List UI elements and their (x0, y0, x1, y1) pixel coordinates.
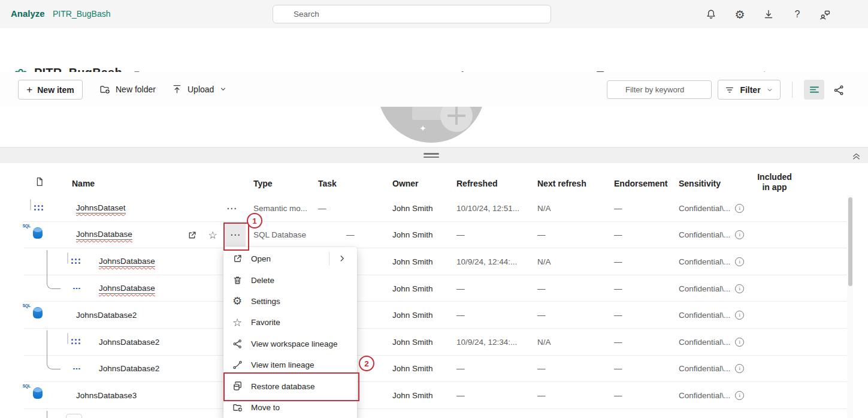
new-folder-icon (99, 83, 111, 95)
table-row: JohnsDatabase John Smith 10/9/24, 12:44:… (0, 248, 868, 275)
annotation-box-step1 (223, 222, 249, 251)
col-header-next-refresh[interactable]: Next refresh (537, 179, 586, 188)
filter-keyword-input[interactable] (607, 80, 712, 99)
col-header-refreshed[interactable]: Refreshed (456, 179, 497, 188)
cell-next-refresh: — (537, 222, 546, 249)
col-header-type[interactable]: Type (253, 179, 273, 188)
info-icon[interactable]: i (735, 391, 744, 400)
cell-owner: John Smith (392, 356, 433, 383)
items-table: JohnsDataset ⋯ Semantic mo... — John Smi… (0, 195, 868, 418)
item-name-link[interactable]: JohnsDatabase2 (76, 311, 137, 320)
cell-task: — (346, 222, 355, 249)
semantic-model-icon (67, 333, 68, 344)
tree-connector (47, 411, 47, 418)
cell-next-refresh: — (537, 356, 546, 383)
col-header-task[interactable]: Task (318, 179, 337, 188)
new-item-button[interactable]: + New item (18, 80, 83, 100)
tree-connector (47, 330, 61, 369)
brand-analyze[interactable]: Analyze (11, 8, 45, 19)
cell-sensitivity: Confidential\... (679, 364, 730, 373)
cell-endorsement: — (614, 248, 622, 275)
share-icon[interactable] (185, 228, 199, 243)
info-icon[interactable]: i (735, 230, 744, 239)
settings-gear-icon[interactable]: ⚙ (733, 8, 746, 21)
menu-item-favorite[interactable]: ☆ Favorite (223, 312, 357, 333)
table-row (0, 409, 868, 418)
notifications-bell-icon[interactable] (704, 8, 718, 21)
list-view-toggle[interactable] (804, 80, 824, 100)
search-input[interactable] (273, 5, 551, 23)
col-header-sensitivity[interactable]: Sensitivity (679, 179, 721, 188)
cell-endorsement: — (614, 382, 622, 409)
table-row: SQL JohnsDatabase3 John Smith — — — Conf… (0, 382, 868, 409)
collapse-strip (0, 147, 868, 164)
item-name-link[interactable]: JohnsDatabase3 (76, 391, 137, 400)
menu-item-delete[interactable]: Delete (223, 269, 357, 290)
col-header-name[interactable]: Name (72, 179, 95, 188)
menu-item-view-workspace-lineage[interactable]: View workspace lineage (223, 333, 357, 354)
info-icon[interactable]: i (735, 364, 744, 373)
cell-owner: John Smith (392, 195, 433, 222)
drag-handle[interactable] (424, 153, 439, 160)
cell-refreshed: — (456, 275, 465, 302)
item-name-link[interactable]: JohnsDatabase2 (99, 338, 159, 347)
cell-sensitivity: Confidential\... (679, 391, 730, 400)
cell-next-refresh: — (537, 382, 546, 409)
breadcrumb-workspace[interactable]: PITR_BugBash (53, 9, 111, 19)
collapse-double-chevron-icon[interactable] (851, 150, 863, 162)
submenu-chevron-icon[interactable] (337, 253, 347, 264)
download-icon[interactable] (762, 8, 775, 21)
toolbar-divider (792, 82, 793, 98)
table-header: Name Type Task Owner Refreshed Next refr… (0, 163, 868, 196)
info-icon[interactable]: i (735, 284, 744, 293)
upload-button[interactable]: Upload (171, 83, 228, 95)
menu-item-open[interactable]: Open (223, 248, 357, 269)
sparkle-icon: ✦ (419, 124, 427, 133)
feedback-icon[interactable] (818, 8, 831, 21)
settings-gear-icon: ⚙ (231, 295, 243, 307)
menu-item-label: View item lineage (251, 360, 314, 369)
item-name-link[interactable]: JohnsDataset (76, 203, 126, 213)
lineage-view-toggle[interactable] (831, 83, 846, 97)
menu-item-label: Delete (251, 276, 274, 285)
cell-refreshed: — (456, 382, 465, 409)
item-name-link[interactable]: JohnsDatabase2 (99, 364, 159, 373)
workspace-header: PITR_BugBash This workspace is for bug b… (0, 28, 868, 72)
document-icon[interactable] (34, 176, 45, 187)
cell-sensitivity: Confidential\... (679, 230, 730, 239)
cell-sensitivity: Confidential\... (679, 204, 730, 213)
cell-next-refresh: N/A (537, 329, 551, 356)
menu-item-label: Move to (251, 403, 280, 412)
menu-item-settings[interactable]: ⚙ Settings (223, 291, 357, 312)
col-header-included-in-app[interactable]: Included in app (753, 172, 796, 193)
item-name-link[interactable]: JohnsDatabase (76, 230, 132, 240)
info-icon[interactable]: i (735, 338, 744, 347)
cell-next-refresh: — (537, 302, 546, 329)
filter-icon (724, 85, 735, 95)
item-name-link[interactable]: JohnsDatabase (99, 257, 155, 267)
new-item-label: New item (37, 85, 74, 95)
empty-state-illustration: ✦ (0, 107, 868, 144)
item-name-link[interactable]: JohnsDatabase (99, 284, 155, 294)
more-options-icon[interactable]: ⋯ (226, 195, 237, 222)
menu-divider (329, 252, 329, 266)
cell-owner: John Smith (392, 382, 433, 409)
menu-item-label: Favorite (251, 318, 280, 327)
cell-task: — (318, 195, 326, 222)
scrollbar-thumb[interactable] (848, 197, 852, 286)
info-icon[interactable]: i (735, 257, 744, 266)
table-row: JohnsDataset ⋯ Semantic mo... — John Smi… (0, 195, 868, 222)
col-header-endorsement[interactable]: Endorsement (614, 179, 667, 188)
new-folder-button[interactable]: New folder (99, 83, 156, 95)
cell-refreshed: — (456, 356, 465, 383)
help-icon[interactable]: ? (791, 8, 804, 21)
tree-connector (47, 250, 61, 289)
table-row: SQL JohnsDatabase2 John Smith — — — Conf… (0, 302, 868, 329)
info-icon[interactable]: i (735, 204, 744, 213)
move-to-folder-icon (231, 401, 243, 413)
col-header-owner[interactable]: Owner (392, 179, 419, 188)
filter-button[interactable]: Filter (718, 80, 781, 100)
info-icon[interactable]: i (735, 311, 744, 320)
favorite-star-icon[interactable]: ☆ (205, 228, 220, 243)
semantic-model-icon (30, 199, 31, 210)
